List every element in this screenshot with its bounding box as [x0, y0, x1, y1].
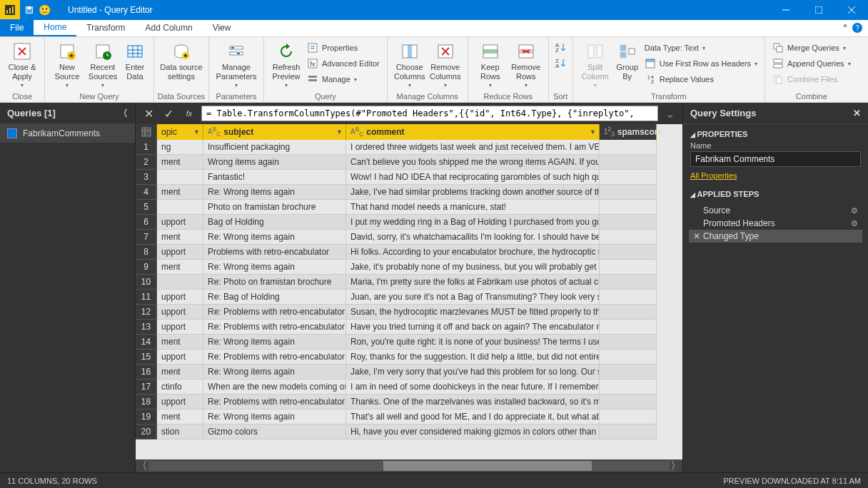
manage-button[interactable]: Manage ▾ — [304, 71, 383, 87]
column-header-topic[interactable]: opic▼ — [157, 124, 203, 140]
cell-comment[interactable]: That hand model needs a manicure, stat! — [346, 200, 600, 215]
cell-spamscore[interactable] — [600, 155, 657, 170]
column-header-spamscore[interactable]: 123spamscore — [600, 124, 657, 140]
properties-button[interactable]: Properties — [304, 40, 383, 56]
cell-subject[interactable]: Fantastic! — [203, 170, 346, 185]
cell-topic[interactable]: ment — [157, 410, 203, 425]
column-header-comment[interactable]: ABCcomment▼ — [346, 124, 600, 140]
table-row[interactable]: 15upportRe: Problems with retro-encabula… — [136, 350, 682, 365]
row-number[interactable]: 8 — [136, 245, 157, 260]
table-row[interactable]: 8upportProblems with retro-encabulatorHi… — [136, 245, 682, 260]
filter-dropdown-icon[interactable]: ▼ — [590, 128, 596, 136]
delete-step-icon[interactable]: ✕ — [693, 231, 703, 241]
row-number[interactable]: 4 — [136, 185, 157, 200]
query-name-input[interactable] — [690, 151, 861, 167]
scroll-right-icon[interactable]: 〉 — [670, 459, 682, 474]
data-type-button[interactable]: Data Type: Text ▾ — [642, 40, 760, 56]
cell-topic[interactable]: ment — [157, 365, 203, 380]
cell-comment[interactable]: Have you tried turning it off and back o… — [346, 320, 600, 335]
cell-comment[interactable]: Hi folks. According to your encabulator … — [346, 245, 600, 260]
remove-columns-button[interactable]: Remove Columns▾ — [428, 39, 463, 88]
file-tab[interactable]: File — [0, 19, 34, 36]
cell-subject[interactable]: Re: Wrong items again — [203, 365, 346, 380]
cell-comment[interactable]: Hi, have you ever considered making gizm… — [346, 425, 600, 439]
cell-subject[interactable]: Re: Wrong items again — [203, 260, 346, 275]
remove-rows-button[interactable]: Remove Rows▾ — [508, 39, 544, 88]
cell-subject[interactable]: Re: Wrong items again — [203, 410, 346, 425]
table-row[interactable]: 12upportRe: Problems with retro-encabula… — [136, 305, 682, 320]
table-row[interactable]: 16mentRe: Wrong items againJake, I'm ver… — [136, 365, 682, 380]
minimize-button[interactable] — [769, 0, 802, 20]
row-number[interactable]: 18 — [136, 395, 157, 410]
row-number[interactable]: 9 — [136, 260, 157, 275]
cell-topic[interactable]: upport — [157, 290, 203, 305]
table-row[interactable]: 20stionGizmo colorsHi, have you ever con… — [136, 425, 682, 439]
table-row[interactable]: 19mentRe: Wrong items againThat's all we… — [136, 410, 682, 425]
step-changed-type[interactable]: ✕Changed Type — [689, 230, 862, 243]
cell-comment[interactable]: I put my wedding ring in a Bag of Holdin… — [346, 215, 600, 230]
gear-icon[interactable]: ⚙ — [851, 219, 858, 228]
maximize-button[interactable] — [802, 0, 835, 20]
table-row[interactable]: 18upportRe: Problems with retro-encabula… — [136, 395, 682, 410]
cell-spamscore[interactable] — [600, 200, 657, 215]
row-number[interactable]: 14 — [136, 335, 157, 350]
cell-spamscore[interactable] — [600, 320, 657, 335]
append-queries-button[interactable]: Append Queries ▾ — [769, 56, 854, 71]
enter-data-button[interactable]: Enter Data — [121, 39, 149, 81]
cell-subject[interactable]: Re: Wrong items again — [203, 185, 346, 200]
row-number[interactable]: 3 — [136, 170, 157, 185]
cell-topic[interactable]: ment — [157, 260, 203, 275]
refresh-preview-button[interactable]: Refresh Preview▾ — [268, 39, 304, 88]
collapse-queries-icon[interactable]: 〈 — [118, 107, 128, 120]
cell-subject[interactable]: Insufficient packaging — [203, 140, 346, 155]
cell-spamscore[interactable] — [600, 260, 657, 275]
all-properties-link[interactable]: All Properties — [683, 167, 868, 184]
table-row[interactable]: 1ngInsufficient packagingI ordered three… — [136, 140, 682, 155]
cell-subject[interactable]: Re: Photo on framistan brochure — [203, 275, 346, 290]
cell-spamscore[interactable] — [600, 380, 657, 395]
row-number[interactable]: 7 — [136, 230, 157, 245]
cell-comment[interactable]: That's all well and good for ME, and I d… — [346, 410, 600, 425]
cell-subject[interactable]: Problems with retro-encabulator — [203, 245, 346, 260]
row-number[interactable]: 2 — [136, 155, 157, 170]
cell-spamscore[interactable] — [600, 290, 657, 305]
cell-spamscore[interactable] — [600, 245, 657, 260]
row-number[interactable]: 10 — [136, 275, 157, 290]
row-number[interactable]: 20 — [136, 425, 157, 439]
table-row[interactable]: 14mentRe: Wrong items againRon, you're q… — [136, 335, 682, 350]
cell-topic[interactable]: stion — [157, 425, 203, 439]
cell-spamscore[interactable] — [600, 365, 657, 380]
group-by-button[interactable]: Group By — [613, 39, 642, 81]
cell-comment[interactable]: Roy, thanks for the suggestion. It did h… — [346, 350, 600, 365]
table-row[interactable]: 6upportBag of HoldingI put my wedding ri… — [136, 215, 682, 230]
cell-topic[interactable] — [157, 200, 203, 215]
cell-subject[interactable]: Bag of Holding — [203, 215, 346, 230]
query-item[interactable]: FabrikamComments — [0, 124, 135, 143]
table-row[interactable]: 4mentRe: Wrong items againJake, I've had… — [136, 185, 682, 200]
data-grid[interactable]: opic▼ ABCsubject▼ ABCcomment▼ 123spamsco… — [136, 124, 682, 472]
cell-spamscore[interactable] — [600, 410, 657, 425]
recent-sources-button[interactable]: Recent Sources▾ — [85, 39, 121, 88]
step-promoted-headers[interactable]: Promoted Headers⚙ — [689, 217, 862, 230]
cell-comment[interactable]: Can't believe you fools shipped me the w… — [346, 155, 600, 170]
cell-spamscore[interactable] — [600, 335, 657, 350]
row-number[interactable]: 11 — [136, 290, 157, 305]
cell-subject[interactable]: Re: Problems with retro-encabulator — [203, 305, 346, 320]
step-source[interactable]: Source⚙ — [689, 204, 862, 217]
row-number[interactable]: 16 — [136, 365, 157, 380]
formula-expand-icon[interactable]: ⌄ — [661, 107, 678, 121]
cell-topic[interactable]: upport — [157, 215, 203, 230]
close-apply-button[interactable]: Close & Apply▾ — [4, 39, 40, 88]
first-row-headers-button[interactable]: Use First Row as Headers ▾ — [642, 56, 760, 71]
table-row[interactable]: 3Fantastic!Wow! I had NO IDEA that recip… — [136, 170, 682, 185]
advanced-editor-button[interactable]: fxAdvanced Editor — [304, 56, 383, 71]
sort-asc-button[interactable]: AZ — [554, 41, 567, 53]
cell-comment[interactable]: Jake, I've had similar problems tracking… — [346, 185, 600, 200]
cell-spamscore[interactable] — [600, 425, 657, 439]
merge-queries-button[interactable]: Merge Queries ▾ — [769, 40, 854, 56]
row-number[interactable]: 5 — [136, 200, 157, 215]
cell-subject[interactable]: Gizmo colors — [203, 425, 346, 439]
cell-subject[interactable]: Re: Wrong items again — [203, 230, 346, 245]
table-row[interactable]: 7mentRe: Wrong items againDavid, sorry, … — [136, 230, 682, 245]
cell-topic[interactable]: upport — [157, 305, 203, 320]
